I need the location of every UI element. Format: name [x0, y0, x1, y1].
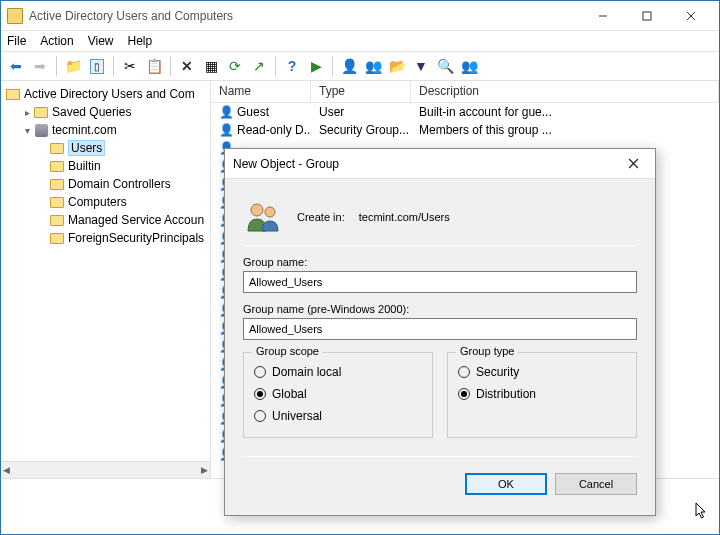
tree-item[interactable]: Users	[1, 139, 210, 157]
type-option[interactable]: Distribution	[458, 383, 626, 405]
export-button[interactable]: ↗	[248, 55, 270, 77]
minimize-button[interactable]	[581, 2, 625, 30]
back-button[interactable]: ⬅	[5, 55, 27, 77]
tree-item-label: Saved Queries	[52, 105, 131, 119]
group-type-fieldset: Group type SecurityDistribution	[447, 352, 637, 438]
tree-item-label: Computers	[68, 195, 127, 209]
add-to-group-button[interactable]: 👥	[458, 55, 480, 77]
cancel-button[interactable]: Cancel	[555, 473, 637, 495]
show-hide-button[interactable]: ▯	[86, 55, 108, 77]
row-name: Read-only D...	[237, 123, 311, 137]
col-name[interactable]: Name	[211, 81, 311, 102]
tree-item[interactable]: Managed Service Accoun	[1, 211, 210, 229]
forward-button[interactable]: ➡	[29, 55, 51, 77]
tree-item[interactable]: Builtin	[1, 157, 210, 175]
radio-label: Distribution	[476, 387, 536, 401]
window-title: Active Directory Users and Computers	[29, 9, 581, 23]
folder-icon	[33, 105, 49, 119]
run-button[interactable]: ▶	[305, 55, 327, 77]
dialog-titlebar: New Object - Group	[225, 149, 655, 179]
row-type: Security Group...	[311, 123, 411, 137]
radio-icon	[458, 366, 470, 378]
title-bar: Active Directory Users and Computers	[1, 1, 719, 31]
group-name-input[interactable]	[243, 271, 637, 293]
tree-hscroll[interactable]: ◀ ▶	[1, 461, 210, 478]
toolbar: ⬅ ➡ 📁 ▯ ✂ 📋 ✕ ▦ ⟳ ↗ ? ▶ 👤 👥 📂 ▼ 🔍 👥	[1, 51, 719, 81]
radio-icon	[254, 388, 266, 400]
maximize-button[interactable]	[625, 2, 669, 30]
folder-icon	[49, 195, 65, 209]
tree-item[interactable]: ForeignSecurityPrincipals	[1, 229, 210, 247]
group-scope-legend: Group scope	[252, 345, 323, 357]
expander-icon[interactable]: ▸	[21, 107, 33, 118]
menu-file[interactable]: File	[7, 34, 26, 48]
menu-help[interactable]: Help	[128, 34, 153, 48]
copy-button[interactable]: 📋	[143, 55, 165, 77]
svg-point-7	[265, 207, 275, 217]
help-button[interactable]: ?	[281, 55, 303, 77]
cursor-icon	[695, 502, 709, 524]
up-button[interactable]: 📁	[62, 55, 84, 77]
new-user-button[interactable]: 👤	[338, 55, 360, 77]
ok-button[interactable]: OK	[465, 473, 547, 495]
filter-button[interactable]: ▼	[410, 55, 432, 77]
folder-icon	[49, 213, 65, 227]
create-in-label: Create in:	[297, 211, 345, 223]
expander-icon[interactable]: ▾	[21, 125, 33, 136]
refresh-button[interactable]: ⟳	[224, 55, 246, 77]
cut-button[interactable]: ✂	[119, 55, 141, 77]
radio-icon	[254, 366, 266, 378]
tree-item[interactable]: Computers	[1, 193, 210, 211]
domain-icon	[33, 123, 49, 137]
tree-item-label: Users	[68, 140, 105, 156]
tree-root[interactable]: Active Directory Users and Com	[1, 85, 210, 103]
dialog-buttons: OK Cancel	[225, 473, 637, 495]
group-scope-fieldset: Group scope Domain localGlobalUniversal	[243, 352, 433, 438]
col-desc[interactable]: Description	[411, 81, 719, 102]
find-button[interactable]: 🔍	[434, 55, 456, 77]
type-option[interactable]: Security	[458, 361, 626, 383]
group-name-label: Group name:	[243, 256, 637, 268]
delete-button[interactable]: ✕	[176, 55, 198, 77]
radio-label: Universal	[272, 409, 322, 423]
scope-option[interactable]: Global	[254, 383, 422, 405]
properties-button[interactable]: ▦	[200, 55, 222, 77]
ad-root-icon	[5, 87, 21, 101]
menu-action[interactable]: Action	[40, 34, 73, 48]
scroll-left-icon[interactable]: ◀	[3, 465, 10, 475]
tree-item[interactable]: ▾tecmint.com	[1, 121, 210, 139]
svg-rect-1	[643, 12, 651, 20]
menu-view[interactable]: View	[88, 34, 114, 48]
tree-item[interactable]: Domain Controllers	[1, 175, 210, 193]
col-type[interactable]: Type	[311, 81, 411, 102]
group-name-pre-input[interactable]	[243, 318, 637, 340]
dialog-title: New Object - Group	[233, 157, 619, 171]
scroll-right-icon[interactable]: ▶	[201, 465, 208, 475]
tree-item-label: Managed Service Accoun	[68, 213, 204, 227]
list-header: Name Type Description	[211, 81, 719, 103]
radio-label: Security	[476, 365, 519, 379]
list-row[interactable]: 👤GuestUserBuilt-in account for gue...	[211, 103, 719, 121]
folder-icon	[49, 159, 65, 173]
group-icon	[243, 199, 283, 235]
new-group-button[interactable]: 👥	[362, 55, 384, 77]
app-icon	[7, 8, 23, 24]
create-in-path: tecmint.com/Users	[359, 211, 450, 223]
scope-option[interactable]: Universal	[254, 405, 422, 427]
row-desc: Built-in account for gue...	[411, 105, 719, 119]
user-icon: 👤	[219, 105, 235, 119]
scope-option[interactable]: Domain local	[254, 361, 422, 383]
svg-point-6	[251, 204, 263, 216]
radio-icon	[458, 388, 470, 400]
row-type: User	[311, 105, 411, 119]
tree-item[interactable]: ▸Saved Queries	[1, 103, 210, 121]
row-name: Guest	[237, 105, 269, 119]
radio-label: Global	[272, 387, 307, 401]
user-icon: 👤	[219, 123, 235, 137]
tree-pane[interactable]: Active Directory Users and Com ▸Saved Qu…	[1, 81, 211, 478]
radio-label: Domain local	[272, 365, 341, 379]
close-button[interactable]	[669, 2, 713, 30]
dialog-close-button[interactable]	[619, 153, 647, 175]
list-row[interactable]: 👤Read-only D...Security Group...Members …	[211, 121, 719, 139]
new-ou-button[interactable]: 📂	[386, 55, 408, 77]
